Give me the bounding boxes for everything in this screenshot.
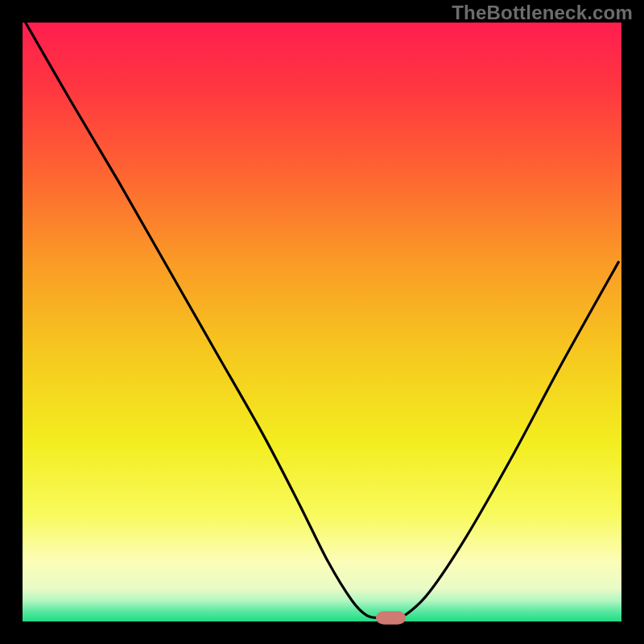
watermark-text: TheBottleneck.com	[452, 2, 633, 24]
bottleneck-marker	[376, 611, 406, 624]
bottleneck-chart	[0, 0, 644, 644]
plot-background	[23, 23, 621, 621]
